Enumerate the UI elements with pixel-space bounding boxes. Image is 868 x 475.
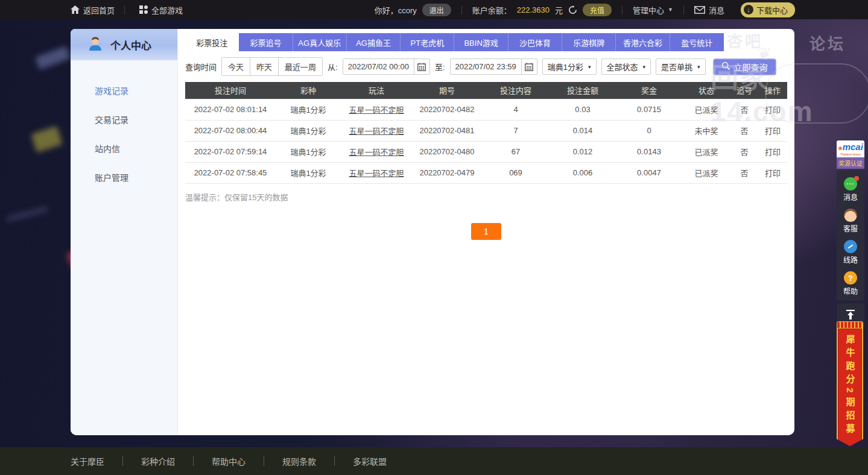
tab-item[interactable]: AG真人娱乐 bbox=[293, 33, 347, 51]
cert-badge: 奖源认证 bbox=[837, 157, 864, 169]
column-header: 奖金 bbox=[616, 82, 682, 99]
decor-shape bbox=[31, 126, 63, 153]
print-link[interactable]: 打印 bbox=[758, 120, 787, 141]
filter-bar: 查询时间 今天昨天最近一周 从: 2022/07/02 00:00 至: 202… bbox=[185, 57, 787, 76]
calendar-icon[interactable] bbox=[414, 59, 429, 74]
cell-chase: 否 bbox=[730, 162, 758, 183]
page-1-button[interactable]: 1 bbox=[471, 223, 501, 240]
tab-item[interactable]: 彩票追号 bbox=[239, 33, 293, 51]
cell-issue: 20220702-0481 bbox=[412, 120, 482, 141]
date-from-input[interactable]: 2022/07/02 00:00 bbox=[343, 58, 430, 75]
sidebar-item-active[interactable]: 游戏记录 bbox=[71, 76, 177, 105]
cell-content: 4 bbox=[482, 99, 550, 120]
quick-date-button[interactable]: 昨天 bbox=[250, 58, 279, 75]
help-icon: ? bbox=[844, 271, 857, 285]
cell-play-link[interactable]: 五星一码不定胆 bbox=[341, 141, 412, 162]
print-link[interactable]: 打印 bbox=[758, 141, 787, 162]
logout-button[interactable]: 退出 bbox=[422, 4, 451, 16]
tab-item[interactable]: 盈亏统计 bbox=[670, 33, 724, 51]
divider bbox=[124, 5, 125, 14]
from-label: 从: bbox=[328, 61, 338, 72]
tab-item[interactable]: 沙巴体育 bbox=[508, 33, 562, 51]
refresh-icon[interactable] bbox=[568, 5, 577, 14]
sidebar-item-link[interactable]: 账户管理 bbox=[71, 163, 177, 192]
float-item-chat[interactable]: ···消息 bbox=[837, 174, 864, 206]
chevron-down-icon: ▾ bbox=[697, 64, 700, 70]
table-header-row: 投注时间彩种玩法期号投注内容投注金额奖金状态追号操作 bbox=[185, 82, 787, 99]
promo-banner[interactable]: 犀牛跑分2期招募 bbox=[837, 321, 863, 446]
tab-item[interactable]: 乐游棋牌 bbox=[562, 33, 616, 51]
chevron-down-icon: ▼ bbox=[668, 7, 673, 13]
tab-item[interactable]: PT老虎机 bbox=[401, 33, 454, 51]
float-item-label: 客服 bbox=[843, 223, 858, 233]
float-item-help[interactable]: ?帮助 bbox=[837, 268, 864, 300]
table-row: 2022-07-02 07:59:14瑞典1分彩五星一码不定胆20220702-… bbox=[185, 141, 787, 162]
cell-content: 069 bbox=[482, 162, 550, 183]
footer-link[interactable]: 规则条款 bbox=[264, 455, 334, 467]
content-area: 彩票投注彩票追号AG真人娱乐AG捕鱼王PT老虎机BBIN游戏沙巴体育乐游棋牌香港… bbox=[178, 29, 794, 435]
query-button[interactable]: 立即查询 bbox=[713, 58, 776, 75]
table-row: 2022-07-02 08:00:44瑞典1分彩五星一码不定胆20220702-… bbox=[185, 120, 787, 141]
cell-amount: 0.014 bbox=[550, 120, 616, 141]
select-value: 全部状态 bbox=[607, 61, 638, 72]
column-header: 玩法 bbox=[341, 82, 412, 99]
cell-chase: 否 bbox=[730, 141, 758, 162]
float-item-service[interactable]: 客服 bbox=[837, 206, 864, 237]
watermark-text: 论坛 bbox=[809, 31, 846, 54]
calendar-icon[interactable] bbox=[521, 59, 537, 74]
recharge-button[interactable]: 充值 bbox=[583, 4, 612, 16]
all-games-link[interactable]: 全部游戏 bbox=[139, 4, 183, 16]
print-link[interactable]: 打印 bbox=[758, 99, 787, 120]
cell-play-link[interactable]: 五星一码不定胆 bbox=[341, 120, 412, 141]
greeting-text: 你好，ccory bbox=[375, 4, 417, 16]
admin-center-menu[interactable]: 管理中心 ▼ bbox=[633, 4, 673, 16]
cell-issue: 20220702-0482 bbox=[412, 99, 482, 120]
all-games-label: 全部游戏 bbox=[151, 4, 183, 16]
column-header: 投注金额 bbox=[550, 82, 616, 99]
select-value: 瑞典1分彩 bbox=[548, 61, 583, 72]
messages-label: 消息 bbox=[709, 4, 724, 16]
print-link[interactable]: 打印 bbox=[758, 162, 787, 183]
back-home-link[interactable]: 返回首页 bbox=[71, 4, 115, 16]
sidebar-menu: 游戏记录交易记录站内信账户管理 bbox=[71, 60, 177, 192]
filter-select[interactable]: 瑞典1分彩▾ bbox=[542, 58, 597, 75]
filter-select[interactable]: 全部状态▾ bbox=[601, 58, 651, 75]
date-to-input[interactable]: 2022/07/02 23:59 bbox=[450, 58, 537, 75]
download-center-button[interactable]: ↓ 下载中心 bbox=[741, 2, 795, 17]
cell-prize: 0.0715 bbox=[616, 99, 682, 120]
grid-icon bbox=[139, 5, 148, 14]
divider bbox=[622, 5, 622, 14]
filter-select[interactable]: 是否单挑▾ bbox=[656, 58, 706, 75]
main-panel: 个人中心 游戏记录交易记录站内信账户管理 彩票投注彩票追号AG真人娱乐AG捕鱼王… bbox=[71, 29, 794, 435]
sidebar-item-link[interactable]: 站内信 bbox=[71, 134, 177, 163]
top-navbar: 返回首页 全部游戏 你好，ccory 退出 账户余额： 222.3630 元 充… bbox=[0, 0, 868, 19]
footer-link[interactable]: 关于摩臣 bbox=[71, 455, 122, 467]
messages-link[interactable]: 消息 bbox=[694, 4, 724, 16]
float-item-route[interactable]: 线路 bbox=[837, 237, 864, 268]
footer-link[interactable]: 帮助中心 bbox=[194, 455, 264, 467]
footer-link[interactable]: 彩种介绍 bbox=[123, 455, 193, 467]
sidebar-item-link[interactable]: 交易记录 bbox=[71, 105, 177, 134]
banner-ornament bbox=[837, 321, 863, 329]
cell-content: 67 bbox=[482, 141, 550, 162]
cell-lottery: 瑞典1分彩 bbox=[276, 99, 341, 120]
tab-item[interactable]: AG捕鱼王 bbox=[347, 33, 401, 51]
cell-amount: 0.006 bbox=[550, 162, 616, 183]
quick-date-button[interactable]: 最近一周 bbox=[279, 58, 322, 75]
cell-play-link[interactable]: 五星一码不定胆 bbox=[341, 162, 412, 183]
filter-selects: 瑞典1分彩▾全部状态▾是否单挑▾ bbox=[542, 58, 706, 75]
divider bbox=[683, 5, 684, 14]
tab-item[interactable]: 彩票投注 bbox=[185, 33, 239, 51]
footer-link[interactable]: 多彩联盟 bbox=[335, 455, 405, 467]
tab-item[interactable]: 香港六合彩 bbox=[616, 33, 670, 51]
to-label: 至: bbox=[435, 61, 445, 72]
tab-item[interactable]: BBIN游戏 bbox=[454, 33, 508, 51]
download-center-label: 下载中心 bbox=[756, 4, 788, 16]
avatar bbox=[87, 36, 103, 54]
cert-logo-subtext: Thailand lottery bbox=[838, 153, 863, 156]
quick-date-button[interactable]: 今天 bbox=[222, 58, 250, 75]
cert-card[interactable]: ❀mcai Thailand lottery bbox=[837, 140, 864, 157]
pagination: 1 bbox=[178, 223, 794, 240]
page-title: 个人中心 bbox=[110, 37, 151, 52]
cell-play-link[interactable]: 五星一码不定胆 bbox=[341, 99, 412, 120]
